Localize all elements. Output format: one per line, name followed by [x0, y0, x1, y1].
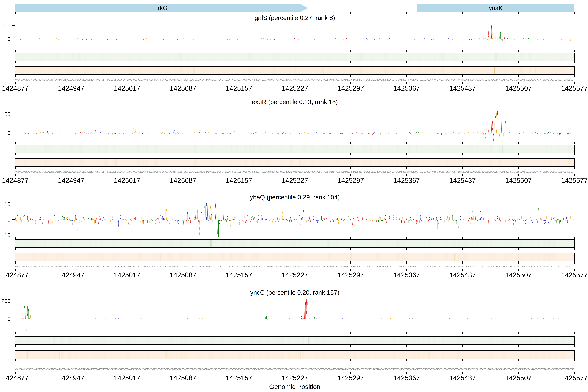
x-tick [462, 332, 463, 334]
x-tick [15, 237, 16, 239]
x-tick-label: 1425157 [226, 271, 252, 279]
x-tick [127, 345, 127, 347]
x-tick [574, 167, 575, 169]
figure: trkG ynaK galS (percentile 0.27, rank 8)… [0, 0, 588, 392]
x-tick [71, 248, 71, 250]
x-tick [295, 372, 295, 374]
x-tick [183, 359, 183, 361]
x-tick [295, 75, 295, 77]
x-tick [462, 372, 463, 374]
x-tick [183, 142, 183, 144]
x-tick-label: 1425577 [561, 84, 588, 92]
attribution-logo-ybaQ [15, 202, 574, 237]
x-tick [295, 359, 295, 361]
x-tick [127, 153, 127, 156]
x-tick [15, 372, 16, 374]
x-tick [71, 345, 71, 347]
x-tick [462, 248, 463, 250]
x-tick [406, 372, 407, 374]
x-tick-label: 1425507 [505, 84, 532, 92]
panel-title-exuR: exuR (percentile 0.23, rank 18) [252, 98, 338, 106]
y-tick [12, 133, 15, 134]
x-tick-label: 1424947 [58, 374, 84, 382]
heatmap-strip-green-exuR-canvas [15, 145, 574, 153]
x-tick [518, 248, 519, 250]
x-tick [406, 12, 407, 14]
x-axis-title: Genomic Position [269, 383, 320, 390]
x-tick-label: 1424947 [58, 84, 84, 92]
y-tick-label: 0 [0, 130, 10, 136]
x-tick [350, 269, 351, 271]
y-tick-label: 200 [0, 298, 10, 304]
x-tick [183, 167, 183, 169]
x-tick [518, 82, 519, 84]
x-tick [574, 82, 575, 84]
x-tick-label: 1424877 [2, 271, 28, 279]
x-tick-label: 1425297 [338, 374, 364, 382]
x-tick [127, 372, 127, 374]
heatmap-strip-green-yncC [15, 336, 575, 345]
x-tick-label: 1425297 [338, 271, 364, 279]
gene-box-ynaK: ynaK [417, 4, 574, 12]
x-tick [71, 332, 71, 334]
x-tick [183, 61, 183, 63]
x-tick [295, 237, 295, 239]
x-tick [239, 237, 239, 239]
x-tick [350, 359, 351, 361]
x-tick [518, 345, 519, 347]
x-tick [295, 345, 295, 347]
x-tick [15, 50, 16, 52]
x-tick [574, 75, 575, 77]
x-tick [462, 50, 463, 52]
x-tick [406, 269, 407, 271]
x-tick [406, 332, 407, 334]
x-tick [15, 359, 16, 361]
x-tick [183, 50, 183, 52]
x-tick-label: 1425297 [338, 84, 364, 92]
x-tick [406, 248, 407, 250]
x-tick [574, 359, 575, 361]
x-tick-label: 1425507 [505, 271, 532, 279]
y-tick [12, 318, 15, 319]
x-tick [574, 345, 575, 347]
x-tick [239, 61, 239, 63]
x-tick [183, 82, 183, 84]
x-tick [462, 61, 463, 63]
dna-sequence-row-ybaQ [15, 264, 574, 268]
x-tick [462, 75, 463, 77]
x-tick [127, 237, 127, 239]
x-tick [127, 174, 127, 176]
x-tick [406, 345, 407, 347]
y-tick-label: 0 [0, 36, 10, 42]
y-tick [12, 25, 15, 26]
x-tick [295, 153, 295, 156]
dna-sequence-row-yncC [15, 368, 574, 371]
y-tick [12, 301, 15, 301]
x-tick [350, 174, 351, 176]
x-tick [239, 174, 239, 176]
x-tick [406, 174, 407, 176]
x-tick [71, 372, 71, 374]
x-tick [15, 61, 16, 63]
x-tick-label: 1425227 [282, 374, 308, 382]
x-tick-label: 1425227 [282, 176, 308, 184]
x-tick [574, 332, 575, 334]
x-tick [350, 12, 351, 14]
x-tick [518, 372, 519, 374]
x-tick [127, 332, 127, 334]
heatmap-strip-green-yncC-canvas [15, 337, 574, 344]
heatmap-strip-green-galS-canvas [15, 53, 574, 60]
y-tick-label: 0 [0, 316, 10, 322]
x-tick-label: 1425087 [170, 271, 196, 279]
x-tick-label: 1425577 [561, 374, 588, 382]
y-tick-label: −10 [0, 232, 10, 238]
x-tick [574, 262, 575, 264]
x-tick-label: 1424877 [2, 176, 28, 184]
heatmap-strip-orange-exuR-canvas [15, 159, 574, 166]
x-tick [295, 82, 295, 84]
x-tick [518, 142, 519, 144]
x-tick-label: 1424877 [2, 374, 28, 382]
x-tick [350, 332, 351, 334]
x-tick [350, 75, 351, 77]
gene-label-trkG: trkG [156, 5, 168, 12]
